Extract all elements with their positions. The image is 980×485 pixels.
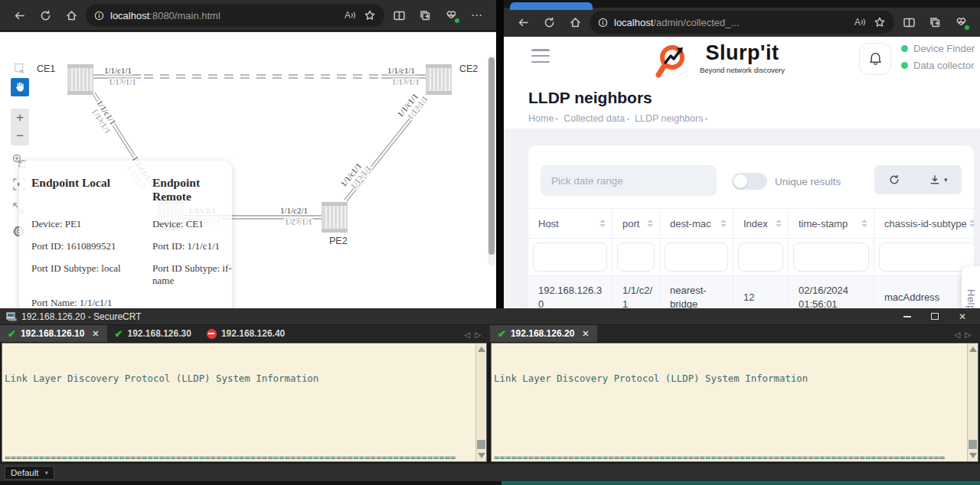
column-header[interactable]: Index	[733, 209, 789, 238]
terminal-pane-ce1[interactable]: Link Layer Discovery Protocol (LLDP) Sys…	[2, 343, 487, 462]
refresh-icon[interactable]	[537, 11, 560, 34]
unique-results-toggle[interactable]	[732, 173, 767, 190]
session-tab[interactable]: ✔ 192.168.126.10 ✕	[0, 325, 107, 342]
help-tab[interactable]: Help	[962, 266, 980, 308]
breadcrumb-item[interactable]: LLDP neighbors •	[635, 113, 713, 124]
terminal-pane-pe1[interactable]: Link Layer Discovery Protocol (LLDP) Sys…	[491, 343, 978, 462]
sort-icon[interactable]	[969, 220, 974, 227]
site-info-icon[interactable]	[596, 15, 609, 29]
session-tab[interactable]: ✔ 192.168.126.30 ✕	[107, 325, 199, 342]
browser-essentials-icon[interactable]	[949, 11, 972, 34]
window-controls: ✕	[903, 311, 974, 322]
session-tab-label: 192.168.126.20	[511, 328, 574, 339]
read-aloud-icon[interactable]: A	[345, 10, 357, 21]
column-filter-input[interactable]	[665, 242, 728, 272]
terminal-scrollbar[interactable]	[475, 343, 486, 461]
slurpit-logo: Slurp'it Beyond network discovery	[654, 41, 785, 81]
split-screen-icon[interactable]	[387, 4, 410, 27]
close-session-icon[interactable]: ✕	[582, 329, 589, 339]
url-text[interactable]: localhost:8080/main.html	[110, 10, 340, 21]
lldp-table-card: Unique results ▾ Host port	[528, 145, 974, 308]
sort-icon[interactable]	[720, 220, 727, 227]
profile-dropdown[interactable]: Default ▾	[5, 466, 54, 480]
column-filter-input[interactable]	[738, 242, 783, 272]
collections-icon[interactable]	[923, 11, 946, 34]
tab-scroll-arrows[interactable]: ◁▷	[465, 330, 485, 339]
hamburger-menu-icon[interactable]	[531, 49, 550, 63]
session-tab[interactable]: ✔ 192.168.126.20 ✕	[490, 325, 597, 342]
lasso-select-tool[interactable]	[11, 60, 29, 78]
brand-name: Slurp'it	[705, 41, 779, 65]
close-session-icon[interactable]: ✕	[92, 329, 99, 339]
scroll-down-icon[interactable]	[478, 453, 485, 458]
site-info-icon[interactable]	[92, 8, 106, 22]
essentials-status-dot	[965, 25, 969, 30]
column-header[interactable]: dest-mac	[660, 209, 733, 238]
reload-table-button[interactable]	[888, 174, 900, 186]
zoom-out-button[interactable]: −	[16, 129, 24, 144]
node-ce2[interactable]	[426, 64, 452, 95]
notifications-bell-button[interactable]	[859, 43, 891, 75]
sort-icon[interactable]	[599, 220, 606, 227]
back-icon[interactable]	[8, 4, 31, 27]
scrollbar-thumb[interactable]	[477, 440, 485, 449]
close-window-icon[interactable]: ✕	[959, 311, 966, 322]
address-bar[interactable]: localhost:8080/main.html A	[86, 4, 384, 27]
back-icon[interactable]	[511, 11, 534, 34]
column-header[interactable]: chassis-id-subtype	[874, 209, 974, 238]
address-bar[interactable]: localhost/admin/collected_... A	[590, 11, 894, 34]
scroll-up-icon[interactable]	[478, 347, 485, 352]
refresh-icon[interactable]	[34, 4, 57, 27]
vertical-scrollbar[interactable]	[488, 55, 495, 265]
sort-icon[interactable]	[861, 220, 867, 227]
active-browser-tab[interactable]	[510, 2, 593, 10]
column-filter-input[interactable]	[533, 242, 607, 272]
session-tab[interactable]: ✔ 192.168.126.40 ✕	[199, 325, 292, 342]
favorites-star-icon[interactable]	[361, 7, 378, 24]
date-range-input[interactable]	[541, 165, 717, 196]
column-filter-input[interactable]	[793, 242, 869, 272]
column-filter-input[interactable]	[617, 242, 655, 272]
breadcrumb-item[interactable]: Collected data •	[564, 113, 635, 124]
table-header-row: Host port dest-mac	[528, 208, 974, 238]
window-title: 192.168.126.20 - SecureCRT	[21, 311, 142, 322]
terminal-line: ========================================…	[494, 453, 965, 461]
url-text[interactable]: localhost/admin/collected_...	[614, 17, 850, 28]
link-label-flipped: 1/1/c2/1	[285, 218, 312, 227]
download-button[interactable]: ▾	[929, 174, 948, 186]
pan-hand-tool[interactable]	[11, 78, 29, 96]
table-filter-row	[528, 238, 974, 275]
browser-menu-icon[interactable]: ⋯	[466, 4, 488, 27]
terminal-scrollbar[interactable]	[967, 343, 978, 461]
scroll-down-icon[interactable]	[969, 453, 977, 458]
home-icon[interactable]	[60, 4, 83, 27]
favorites-star-icon[interactable]	[871, 14, 888, 31]
scrollbar-thumb[interactable]	[969, 440, 977, 449]
breadcrumb-item[interactable]: Home •	[528, 113, 564, 124]
tab-scroll-arrows[interactable]: ◁▷	[955, 330, 975, 339]
split-screen-icon[interactable]	[897, 11, 920, 34]
node-pe2[interactable]	[322, 202, 348, 233]
column-header[interactable]: port	[612, 209, 660, 238]
securecrt-titlebar[interactable]: 192.168.126.20 - SecureCRT ✕	[0, 308, 980, 324]
scrollbar-thumb[interactable]	[488, 57, 495, 255]
browser-essentials-icon[interactable]	[439, 4, 462, 27]
node-ce1[interactable]	[67, 64, 93, 95]
topology-viewport[interactable]: 1/1/c1/1 1/1/c1/1 1/1/c1/1 1/1/c1/1 1/1/…	[0, 31, 496, 308]
home-icon[interactable]	[564, 11, 586, 34]
column-header[interactable]: time-stamp	[789, 209, 874, 238]
filter-cell	[789, 239, 874, 275]
column-filter-input[interactable]	[879, 242, 974, 272]
column-header-label: Host	[538, 218, 559, 229]
scroll-up-icon[interactable]	[969, 347, 977, 352]
collections-icon[interactable]	[413, 4, 436, 27]
minimize-icon[interactable]	[903, 316, 911, 317]
column-header[interactable]: Host	[528, 209, 612, 238]
table-data-row[interactable]: 192.168.126.30 1/1/c2/1 nearest-bridge 1…	[528, 275, 974, 308]
sort-icon[interactable]	[776, 220, 782, 227]
read-aloud-icon[interactable]: A	[854, 17, 867, 28]
status-label: Device Finder	[913, 43, 975, 54]
zoom-in-button[interactable]: +	[16, 110, 24, 125]
maximize-icon[interactable]	[931, 313, 939, 320]
sort-icon[interactable]	[647, 220, 653, 227]
